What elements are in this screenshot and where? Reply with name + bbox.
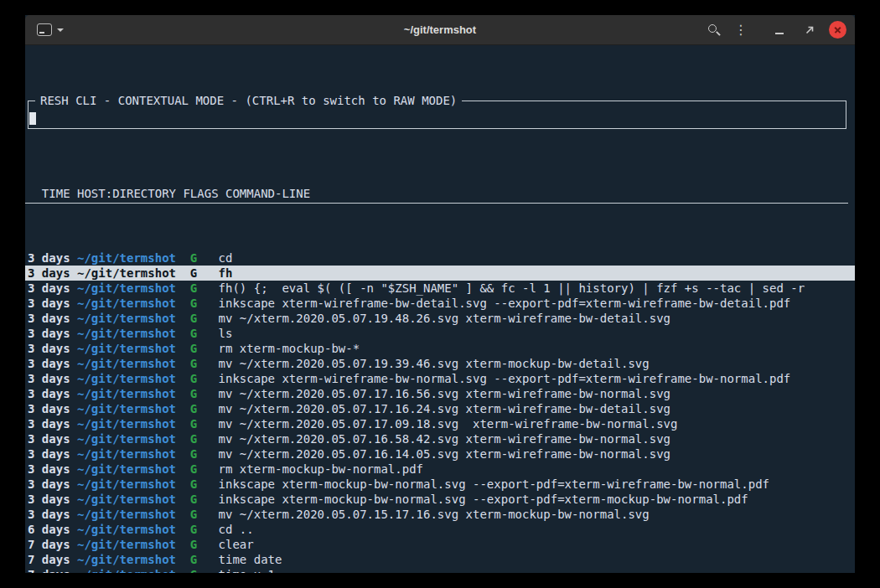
history-directory: ~/git/termshot [77,446,190,462]
history-time: 3 days [28,311,77,326]
history-row[interactable]: 3 days~/git/termshotGfh() {; eval $( ([ … [25,281,855,296]
history-row[interactable]: 3 days~/git/termshotGinkscape xterm-wire… [25,371,855,386]
history-command: mv ~/xterm.2020.05.07.17.16.56.svg xterm… [219,387,670,400]
history-flags: G [190,537,219,552]
history-command: rm xterm-mockup-bw-* [219,342,360,355]
history-time: 3 days [28,386,77,401]
history-time: 3 days [28,326,77,341]
history-directory: ~/git/termshot [77,341,190,356]
titlebar: ~/git/termshot ⋮ [25,15,855,45]
history-flags: G [190,326,219,341]
history-row[interactable]: 3 days~/git/termshotGmv ~/xterm.2020.05.… [25,431,855,446]
history-directory: ~/git/termshot [77,266,190,281]
history-directory: ~/git/termshot [77,431,190,446]
history-row[interactable]: 3 days~/git/termshotGmv ~/xterm.2020.05.… [25,446,855,462]
history-command: mv ~/xterm.2020.05.07.19.48.26.svg xterm… [219,312,670,325]
history-directory: ~/git/termshot [77,281,190,296]
terminal-icon [37,23,52,36]
menu-button[interactable]: ⋮ [730,19,752,41]
history-command: time date [219,553,282,566]
history-command: ls [219,327,233,340]
history-time: 3 days [28,281,77,296]
history-directory: ~/git/termshot [77,492,190,507]
history-time: 3 days [28,266,77,281]
restore-button[interactable] [799,19,820,41]
history-time: 3 days [28,507,77,522]
history-directory: ~/git/termshot [77,356,190,371]
history-directory: ~/git/termshot [77,477,190,492]
history-command: time x=1 [219,568,275,573]
history-flags: G [190,462,219,477]
history-time: 7 days [28,552,77,567]
history-command: clear [219,538,254,551]
history-flags: G [190,416,219,431]
search-button[interactable] [703,19,725,41]
history-row[interactable]: 3 days~/git/termshotGinkscape xterm-mock… [25,477,855,492]
history-flags: G [190,266,219,281]
history-flags: G [190,401,219,416]
history-flags: G [190,567,219,573]
history-directory: ~/git/termshot [77,296,190,311]
history-row[interactable]: 3 days~/git/termshotGrm xterm-mockup-bw-… [25,341,855,356]
history-row[interactable]: 3 days~/git/termshotGmv ~/xterm.2020.05.… [25,401,855,416]
history-flags: G [190,492,219,507]
resh-box-title: RESH CLI - CONTEXTUAL MODE - (CTRL+R to … [35,93,462,108]
history-row[interactable]: 3 days~/git/termshotGinkscape xterm-mock… [25,492,855,507]
history-flags: G [190,371,219,386]
terminal-screen[interactable]: RESH CLI - CONTEXTUAL MODE - (CTRL+R to … [25,45,855,573]
history-directory: ~/git/termshot [77,311,190,326]
app-menu-button[interactable] [34,21,67,39]
history-row[interactable]: 3 days~/git/termshotGmv ~/xterm.2020.05.… [25,507,855,522]
resh-search-box[interactable]: RESH CLI - CONTEXTUAL MODE - (CTRL+R to … [28,101,846,129]
history-directory: ~/git/termshot [77,507,190,522]
history-directory: ~/git/termshot [77,250,190,266]
history-row[interactable]: 3 days~/git/termshotGinkscape xterm-wire… [25,296,855,311]
history-flags: G [190,250,219,266]
history-flags: G [190,356,219,371]
history-row[interactable]: 3 days~/git/termshotGmv ~/xterm.2020.05.… [25,311,855,326]
search-icon [707,23,721,37]
history-flags: G [190,477,219,492]
history-directory: ~/git/termshot [77,401,190,416]
text-cursor [29,112,36,125]
history-row[interactable]: 3 days~/git/termshotGmv ~/xterm.2020.05.… [25,386,855,401]
history-row[interactable]: 3 days~/git/termshotGfh [25,266,855,281]
history-command: cd .. [219,523,254,536]
history-column-header: TIME HOST:DIRECTORY FLAGS COMMAND-LINE [25,186,848,204]
history-flags: G [190,507,219,522]
history-command: fh() {; eval $( ([ -n "$ZSH_NAME" ] && f… [219,281,805,295]
history-row[interactable]: 3 days~/git/termshotGls [25,326,855,341]
history-time: 3 days [28,416,77,431]
history-command: inkscape xterm-mockup-bw-normal.svg --ex… [219,493,748,506]
history-time: 3 days [28,296,77,311]
close-icon [834,26,841,34]
history-row[interactable]: 7 days~/git/termshotGtime date [25,552,855,567]
history-time: 3 days [28,371,77,386]
history-command: rm xterm-mockup-bw-normal.pdf [219,462,423,476]
history-flags: G [190,311,219,326]
history-command: inkscape xterm-wireframe-bw-normal.svg -… [219,372,791,385]
history-time: 7 days [28,537,77,552]
history-row[interactable]: 3 days~/git/termshotGrm xterm-mockup-bw-… [25,462,855,477]
history-row[interactable]: 3 days~/git/termshotGmv ~/xterm.2020.05.… [25,416,855,431]
history-time: 6 days [28,522,77,537]
history-rows: 3 days~/git/termshotGcd3 days~/git/terms… [25,250,855,573]
close-button[interactable] [829,21,846,39]
history-directory: ~/git/termshot [77,416,190,431]
history-row[interactable]: 3 days~/git/termshotGmv ~/xterm.2020.05.… [25,356,855,371]
history-directory: ~/git/termshot [77,552,190,567]
minimize-button[interactable] [769,19,790,41]
history-time: 3 days [28,431,77,446]
history-command: fh [219,266,233,280]
history-time: 3 days [28,341,77,356]
history-time: 3 days [28,356,77,371]
history-row[interactable]: 3 days~/git/termshotGcd [25,250,855,266]
history-row[interactable]: 6 days~/git/termshotGcd .. [25,522,855,537]
history-flags: G [190,522,219,537]
history-directory: ~/git/termshot [77,386,190,401]
history-flags: G [190,281,219,296]
history-row[interactable]: 7 days~/git/termshotGtime x=1 [25,567,855,573]
history-row[interactable]: 7 days~/git/termshotGclear [25,537,855,552]
restore-icon [804,24,815,36]
history-command: mv ~/xterm.2020.05.07.15.17.16.svg xterm… [219,508,650,521]
